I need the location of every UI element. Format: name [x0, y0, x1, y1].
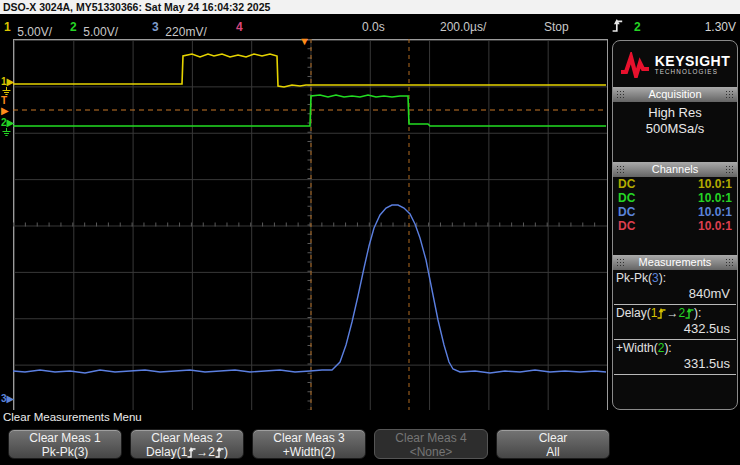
- trigger-readout[interactable]: 2 1.30V: [608, 18, 740, 36]
- timebase-readout[interactable]: 200.0µs/: [440, 19, 486, 35]
- delay-readout[interactable]: 0.0s: [362, 19, 385, 35]
- acquisition-header[interactable]: Acquisition: [613, 87, 737, 102]
- channel-2-readout[interactable]: 2 5.00V/: [70, 19, 83, 35]
- grip-dots-icon: [725, 90, 734, 99]
- softkey-line1: Clear Meas 1: [9, 431, 121, 445]
- keysight-spark-icon: [620, 52, 650, 78]
- channel-scale: 220mV/: [165, 24, 206, 40]
- measurements-header[interactable]: Measurements: [613, 255, 737, 270]
- softkey-line2: All: [497, 445, 609, 459]
- ch2-ground-marker[interactable]: 2▶: [1, 118, 14, 139]
- rising-edge-icon: [685, 308, 694, 319]
- trigger-level: 1.30V: [705, 19, 736, 35]
- keysight-logo: KEYSIGHT TECHNOLOGIES: [613, 48, 737, 82]
- grip-dots-icon: [616, 258, 625, 267]
- trigger-source: 2: [634, 19, 641, 35]
- softkey-4: Clear Meas 4<None>: [374, 429, 488, 459]
- measurement-item: +Width(2): 331.5us: [613, 340, 737, 375]
- grip-dots-icon: [725, 165, 734, 174]
- softkey-2[interactable]: Clear Meas 2Delay(1→2): [130, 429, 244, 459]
- rising-edge-icon: [187, 447, 196, 458]
- run-state[interactable]: Stop: [544, 19, 569, 35]
- info-sidebar: KEYSIGHT TECHNOLOGIES Acquisition High R…: [612, 40, 738, 410]
- softkey-line1: Clear Meas 4: [375, 431, 487, 445]
- brand-sub: TECHNOLOGIES: [655, 68, 731, 76]
- channel-number: 4: [236, 20, 243, 34]
- softkey-line1: Clear Meas 3: [253, 431, 365, 445]
- channel-number: 2: [70, 20, 77, 34]
- probe-ratio: 10.0:1: [698, 191, 732, 205]
- channel-row-1[interactable]: DC10.0:1: [613, 177, 737, 191]
- ground-icon: [1, 128, 12, 137]
- waveform-display[interactable]: ▼ 1▶ T▶ 2▶ 3▶: [0, 39, 612, 411]
- measurement-value: 840mV: [613, 286, 737, 302]
- rising-edge-icon: [657, 308, 666, 319]
- softkey-line2: Delay(1→2): [131, 445, 243, 459]
- probe-ratio: 10.0:1: [698, 177, 732, 191]
- channels-header[interactable]: Channels: [613, 162, 737, 177]
- channel-row-3[interactable]: DC10.0:1: [613, 205, 737, 219]
- softkey-1[interactable]: Clear Meas 1Pk-Pk(3): [8, 429, 122, 459]
- measurement-label: Delay(1→2):: [613, 306, 737, 321]
- channel-row-4[interactable]: DC10.0:1: [613, 219, 737, 233]
- measurement-value: 432.5us: [613, 321, 737, 337]
- channels-title: Channels: [652, 163, 698, 175]
- measurement-label: +Width(2):: [613, 341, 737, 356]
- menu-title: Clear Measurements Menu: [3, 411, 142, 423]
- channel-number: 1: [4, 20, 11, 34]
- coupling: DC: [618, 219, 635, 233]
- trigger-level-marker[interactable]: T▶: [1, 96, 9, 116]
- channel-number: 3: [152, 20, 159, 34]
- sample-rate: 500MSa/s: [613, 121, 737, 137]
- measurement-value: 331.5us: [613, 356, 737, 372]
- rising-edge-icon: [612, 19, 623, 32]
- acquisition-title: Acquisition: [648, 88, 701, 100]
- acquisition-mode: High Res: [613, 105, 737, 121]
- channel-1-readout[interactable]: 1 5.00V/: [4, 19, 17, 35]
- channel-scale: 5.00V/: [83, 24, 118, 40]
- measurement-item: Pk-Pk(3): 840mV: [613, 270, 737, 305]
- softkey-3[interactable]: Clear Meas 3+Width(2): [252, 429, 366, 459]
- softkey-line1: Clear Meas 2: [131, 431, 243, 445]
- channel-row-2[interactable]: DC10.0:1: [613, 191, 737, 205]
- ch3-ground-marker[interactable]: 3▶: [1, 394, 14, 404]
- softkey-line1: Clear: [497, 431, 609, 445]
- probe-ratio: 10.0:1: [698, 205, 732, 219]
- window-title: DSO-X 3024A, MY51330366: Sat May 24 16:0…: [0, 0, 740, 14]
- grip-dots-icon: [616, 165, 625, 174]
- softkey-menu: Clear Measurements Menu Clear Meas 1Pk-P…: [0, 410, 740, 465]
- trace-ch3: [13, 205, 606, 373]
- trace-ch1: [13, 54, 606, 87]
- channel-4-readout[interactable]: 4: [236, 19, 249, 35]
- measurement-label: Pk-Pk(3):: [613, 271, 737, 286]
- channel-3-readout[interactable]: 3 220mV/: [152, 19, 165, 35]
- coupling: DC: [618, 191, 635, 205]
- softkey-line2: <None>: [375, 445, 487, 459]
- measurements-title: Measurements: [639, 256, 712, 268]
- coupling: DC: [618, 205, 635, 219]
- edge-trigger-icon: [612, 19, 623, 35]
- trigger-position-marker[interactable]: ▼: [299, 36, 310, 47]
- coupling: DC: [618, 177, 635, 191]
- softkey-line2: Pk-Pk(3): [9, 445, 121, 459]
- status-bar: 0.0s 200.0µs/ Stop 2 1.30V 1 5.00V/2 5.0…: [0, 14, 740, 40]
- grip-dots-icon: [616, 90, 625, 99]
- channel-scale: 5.00V/: [17, 24, 52, 40]
- probe-ratio: 10.0:1: [698, 219, 732, 233]
- waveform-layer: [0, 39, 612, 411]
- brand-name: KEYSIGHT: [655, 55, 731, 68]
- separator: [614, 374, 736, 375]
- rising-edge-icon: [215, 447, 224, 458]
- softkey-5[interactable]: ClearAll: [496, 429, 610, 459]
- grip-dots-icon: [725, 258, 734, 267]
- softkey-line2: +Width(2): [253, 445, 365, 459]
- measurement-item: Delay(1→2): 432.5us: [613, 305, 737, 340]
